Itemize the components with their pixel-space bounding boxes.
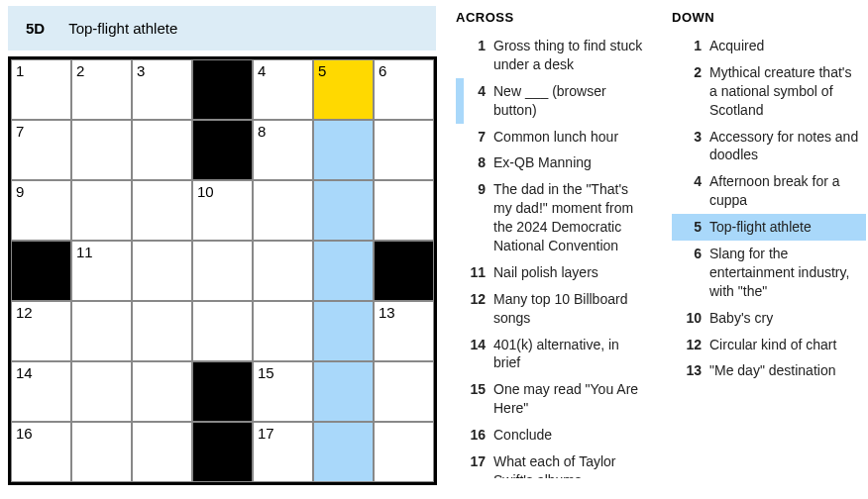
clue-text: New ___ (browser button)	[493, 82, 644, 120]
grid-cell[interactable]	[374, 361, 434, 422]
grid-cell[interactable]: 15	[253, 361, 313, 422]
grid-cell[interactable]: 4	[253, 59, 313, 120]
down-clue-4[interactable]: 4Afternoon break for a cuppa	[672, 168, 866, 214]
grid-cell[interactable]	[71, 361, 132, 422]
cell-number: 10	[197, 183, 214, 200]
grid-cell[interactable]: 5	[313, 59, 374, 120]
down-clue-12[interactable]: 12Circular kind of chart	[672, 332, 866, 358]
across-clue-11[interactable]: 11Nail polish layers	[456, 259, 650, 286]
grid-cell[interactable]	[192, 241, 253, 301]
grid-cell[interactable]: 9	[11, 180, 71, 241]
down-clue-13[interactable]: 13"Me day" destination	[672, 357, 866, 384]
clue-text: Baby's cry	[709, 309, 860, 328]
grid-cell[interactable]: 12	[11, 301, 71, 361]
down-clue-6[interactable]: 6Slang for the entertainment industry, w…	[672, 241, 866, 305]
across-clue-16[interactable]: 16Conclude	[456, 422, 650, 449]
clue-text: Ex-QB Manning	[493, 153, 644, 172]
grid-cell[interactable]: 13	[374, 301, 434, 361]
grid-cell[interactable]: 16	[11, 422, 71, 482]
grid-cell[interactable]: 8	[253, 120, 313, 180]
grid-cell[interactable]: 14	[11, 361, 71, 422]
clue-text: Afternoon break for a cuppa	[709, 172, 860, 210]
clue-number: 13	[682, 361, 702, 380]
cell-number: 13	[379, 304, 395, 321]
down-clue-1[interactable]: 1Acquired	[672, 33, 866, 59]
grid-cell[interactable]: 10	[192, 180, 253, 241]
clue-number: 4	[466, 82, 486, 120]
grid-cell[interactable]	[313, 301, 374, 361]
across-column: ACROSS 1Gross thing to find stuck under …	[456, 10, 654, 485]
grid-cell[interactable]	[313, 120, 374, 180]
grid-cell[interactable]: 17	[253, 422, 313, 482]
crossword-grid-frame: 1234567891011121314151617	[8, 56, 437, 485]
clue-text: One may read "You Are Here"	[493, 380, 644, 418]
across-clue-7[interactable]: 7Common lunch hour	[456, 124, 650, 150]
clue-number: 12	[682, 336, 702, 354]
grid-cell[interactable]: 6	[374, 59, 434, 120]
clue-number: 15	[466, 380, 486, 418]
grid-cell[interactable]	[71, 120, 132, 180]
clue-number: 5	[682, 218, 702, 237]
grid-cell[interactable]	[253, 180, 313, 241]
grid-cell[interactable]: 7	[11, 120, 71, 180]
current-clue-banner[interactable]: 5D Top-flight athlete	[8, 6, 436, 50]
clue-text: What each of Taylor Swift's albums repre…	[493, 452, 644, 478]
across-clue-list[interactable]: 1Gross thing to find stuck under a desk4…	[456, 33, 654, 478]
across-clue-9[interactable]: 9The dad in the "That's my dad!" moment …	[456, 176, 650, 259]
clue-number: 9	[466, 180, 486, 255]
grid-cell[interactable]	[374, 180, 434, 241]
grid-cell[interactable]	[313, 241, 374, 301]
grid-cell[interactable]	[374, 422, 434, 482]
cell-number: 2	[76, 62, 84, 79]
grid-cell[interactable]: 3	[132, 59, 192, 120]
clue-text: Accessory for notes and doodles	[709, 128, 860, 165]
down-clue-10[interactable]: 10Baby's cry	[672, 305, 866, 332]
across-clue-14[interactable]: 14401(k) alternative, in brief	[456, 332, 650, 377]
grid-cell[interactable]	[132, 301, 192, 361]
clue-number: 17	[466, 452, 486, 478]
grid-cell[interactable]	[71, 301, 132, 361]
down-clue-3[interactable]: 3Accessory for notes and doodles	[672, 124, 866, 169]
clue-number: 2	[682, 63, 702, 120]
grid-cell[interactable]	[313, 361, 374, 422]
grid-cell[interactable]	[374, 120, 434, 180]
across-clue-17[interactable]: 17What each of Taylor Swift's albums rep…	[456, 449, 650, 478]
down-heading: DOWN	[672, 10, 868, 25]
across-clue-12[interactable]: 12Many top 10 Billboard songs	[456, 286, 650, 332]
grid-cell-black	[192, 422, 253, 482]
cell-number: 15	[258, 364, 274, 381]
clue-text: 401(k) alternative, in brief	[493, 336, 644, 373]
grid-cell[interactable]	[132, 241, 192, 301]
clue-text: The dad in the "That's my dad!" moment f…	[493, 180, 644, 255]
grid-cell[interactable]	[253, 301, 313, 361]
grid-cell[interactable]	[192, 301, 253, 361]
clue-text: Nail polish layers	[493, 263, 644, 282]
grid-cell[interactable]	[313, 180, 374, 241]
cell-number: 5	[318, 62, 326, 79]
grid-cell[interactable]	[132, 180, 192, 241]
clue-text: Slang for the entertainment industry, wi…	[709, 245, 860, 301]
grid-cell[interactable]	[313, 422, 374, 482]
clue-text: "Me day" destination	[709, 361, 860, 380]
grid-cell[interactable]: 2	[71, 59, 132, 120]
clue-text: Mythical creature that's a national symb…	[709, 63, 860, 120]
grid-cell[interactable]	[71, 422, 132, 482]
down-clue-5[interactable]: 5Top-flight athlete	[672, 214, 866, 241]
across-clue-15[interactable]: 15One may read "You Are Here"	[456, 376, 650, 422]
grid-cell[interactable]	[132, 120, 192, 180]
across-clue-1[interactable]: 1Gross thing to find stuck under a desk	[456, 33, 650, 78]
down-column: DOWN 1Acquired2Mythical creature that's …	[672, 10, 868, 485]
clue-text: Many top 10 Billboard songs	[493, 290, 644, 328]
grid-cell-black	[11, 241, 71, 301]
across-clue-8[interactable]: 8Ex-QB Manning	[456, 150, 650, 176]
grid-cell[interactable]	[253, 241, 313, 301]
down-clue-2[interactable]: 2Mythical creature that's a national sym…	[672, 59, 866, 124]
grid-cell[interactable]	[132, 422, 192, 482]
grid-cell-black	[192, 120, 253, 180]
grid-cell[interactable]: 1	[11, 59, 71, 120]
grid-cell[interactable]	[71, 180, 132, 241]
grid-cell[interactable]: 11	[71, 241, 132, 301]
across-clue-4[interactable]: 4New ___ (browser button)	[456, 78, 650, 124]
grid-cell[interactable]	[132, 361, 192, 422]
down-clue-list[interactable]: 1Acquired2Mythical creature that's a nat…	[672, 33, 868, 478]
